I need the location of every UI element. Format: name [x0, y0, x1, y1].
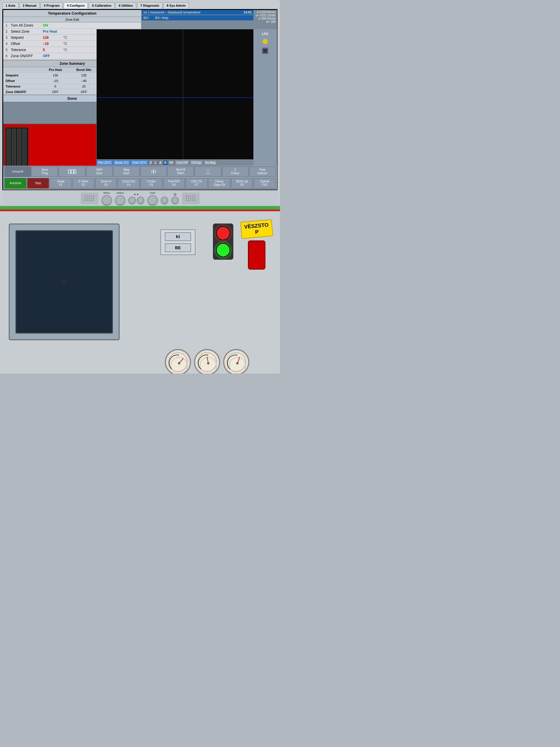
gauge-1-inner: [168, 353, 188, 372]
worklgt-f9-button[interactable]: Work LgtF9: [231, 178, 253, 188]
stop-button[interactable]: Stop: [27, 178, 49, 188]
machine-body: ⚙: [9, 224, 119, 340]
power-label: ⏻: [174, 193, 176, 196]
network-button[interactable]: [59, 166, 85, 177]
toolbar-row-1: MStopOff SaveProg W/HOper MagOper: [3, 166, 277, 177]
mstop-button[interactable]: MStopOff: [4, 166, 31, 177]
status-com: Com:Off: [175, 160, 189, 165]
clamp-f8-button[interactable]: ClampOpen F8: [208, 178, 231, 188]
camera-strip-2: [12, 129, 16, 171]
bnd-ht-relrn-button[interactable]: Bnd HtRelrn: [167, 166, 194, 177]
crosshair-vertical: [183, 29, 183, 165]
zvideo-f2-button[interactable]: Z VideoF2: [72, 178, 95, 188]
autoidx-button[interactable]: AutoIndx: [4, 178, 27, 188]
tab-auto[interactable]: 1 Auto: [2, 2, 19, 8]
optical-f10-button[interactable]: OpticalF10: [254, 178, 276, 188]
svg-point-1: [264, 49, 267, 52]
tab-program[interactable]: 3 Program: [41, 2, 63, 8]
ki-button[interactable]: KI: [165, 232, 191, 241]
col-header-label: [3, 67, 42, 73]
value-setpoint[interactable]: 130: [43, 35, 63, 40]
tab-bar: 1 Auto 2 Manual 3 Program 4 Configure 5 …: [2, 2, 278, 8]
power-dot-label: ·: [164, 193, 165, 196]
dot-button[interactable]: [161, 197, 168, 204]
coord-x: x=1159.84mils: [256, 10, 276, 14]
svg-rect-3: [71, 170, 74, 173]
wh-oper-button[interactable]: W/HOper: [86, 166, 113, 177]
zone-edit-title: Zone Edit: [3, 17, 141, 23]
park-indexer-button[interactable]: ParkIndexer: [249, 166, 276, 177]
right-button[interactable]: [137, 197, 144, 204]
estop-handle[interactable]: [248, 240, 265, 269]
main-camera-view: [97, 29, 254, 166]
screen: x=1159.84mils y=-1610.15mils z=309.99mil…: [2, 9, 278, 190]
coords-bar: x=1159.84mils y=-1610.15mils z=309.99mil…: [255, 10, 277, 24]
temp-panel-title: Temperature Configuration: [3, 10, 141, 17]
machine-window: ⚙: [16, 230, 113, 334]
value-select-zone[interactable]: Pre Heat: [43, 29, 63, 33]
col-header-bondsite: Bond Site: [69, 67, 99, 73]
status-bar: Pre: 22°C Bond: 1°C Post: 22°C Z L A B F…: [97, 159, 254, 166]
machine-area: ⚙ KI BE VÉSZSTOP: [0, 206, 280, 374]
speaker-dots-left: [85, 196, 94, 201]
config-row-1: 1 Turn All Zones ON: [3, 23, 141, 29]
time-display: 14:01: [243, 10, 252, 14]
parkbh-f6-button[interactable]: Park B/HF6: [163, 178, 185, 188]
gauge-3: [223, 349, 249, 374]
svg-point-11: [178, 362, 180, 364]
gauge-2: [194, 349, 220, 374]
svg-point-15: [236, 362, 239, 364]
traffic-light: [213, 224, 233, 260]
z-chess-button[interactable]: ZChess: [222, 166, 248, 177]
tab-configure[interactable]: 4 Configure: [63, 2, 88, 8]
menu-label: Menu: [103, 191, 110, 194]
center-f5-button[interactable]: CenterF5: [140, 178, 162, 188]
speaker-right: [182, 192, 199, 204]
tab-calibration[interactable]: 5 Calibration: [89, 2, 115, 8]
tab-manual[interactable]: 2 Manual: [20, 2, 40, 8]
value-turn-all-zones[interactable]: ON: [43, 23, 63, 27]
gauges-row: [140, 349, 274, 374]
menu-button[interactable]: [102, 195, 112, 205]
status-letter-z: Z: [149, 160, 153, 165]
speaker-left: [81, 192, 98, 204]
b2-label: B2=: [143, 16, 149, 20]
select-button[interactable]: [115, 195, 125, 205]
z-on-button[interactable]: ↕↔On: [194, 166, 221, 177]
coord-w: w= 288: [256, 20, 276, 23]
status-msg: No Msg: [204, 160, 217, 165]
swap-f1-button[interactable]: SwapF1: [50, 178, 72, 188]
status-ofl: Ofl:Eqp: [190, 160, 203, 165]
status-letter-fa: FA: [168, 160, 175, 165]
value-offset[interactable]: –10: [43, 42, 63, 46]
tab-sysadmin[interactable]: 8 Sys Admin: [163, 2, 189, 8]
status-letter-b: B: [163, 160, 168, 165]
svg-point-13: [207, 362, 209, 364]
svg-rect-4: [74, 170, 76, 173]
gauge-2-inner: [197, 353, 217, 372]
zoomin-f3-button[interactable]: Zoom InF3: [95, 178, 117, 188]
usgon-f7-button[interactable]: USG OnF7: [186, 178, 208, 188]
red-light: [216, 226, 231, 240]
svg-rect-2: [68, 170, 71, 173]
be-button[interactable]: BE: [165, 243, 191, 252]
lto-label: LTO: [262, 32, 268, 35]
auto-button[interactable]: [148, 195, 158, 205]
save-prog-button[interactable]: SaveProg: [31, 166, 58, 177]
tab-utilities[interactable]: 6 Utilities: [115, 2, 136, 8]
blue-header-message: ne ( measured – displayed) temperature: [143, 10, 201, 14]
zoomout-f4-button[interactable]: Zoom OutF4: [117, 178, 140, 188]
left-button[interactable]: [129, 197, 136, 204]
tab-diagnostic[interactable]: 7 Diagnostic: [137, 2, 162, 8]
ultrasonic-button[interactable]: [140, 166, 167, 177]
monitor-controls: Menu Select ◄ ► Auto · ⏻: [2, 190, 278, 206]
camera-strip-1: [7, 129, 11, 171]
value-tolerance[interactable]: 5: [43, 48, 63, 52]
ki-be-control-box: KI BE: [160, 229, 195, 255]
nav-control-group: ◄ ►: [129, 193, 144, 204]
power-button[interactable]: [171, 197, 179, 204]
status-bond: Bond: 1°C: [113, 160, 130, 165]
coord-y: y=-1610.15mils: [256, 14, 276, 17]
value-zone-onoff[interactable]: OFF: [43, 54, 63, 58]
mag-oper-button[interactable]: MagOper: [113, 166, 140, 177]
